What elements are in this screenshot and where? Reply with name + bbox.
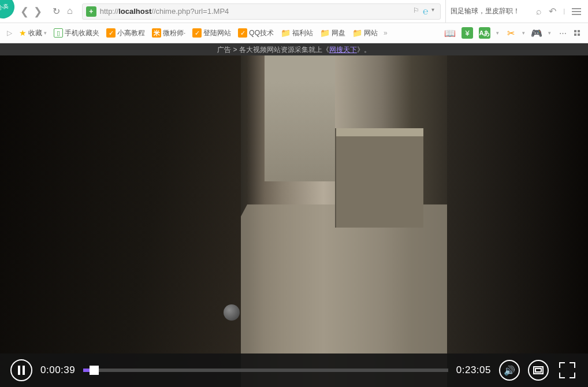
refresh-home-group: ↻ ⌂ [48,6,77,17]
home-button[interactable]: ⌂ [67,6,73,17]
bookmark-label: 网盘 [332,28,345,38]
bookmarks-bar: ▷ ★收藏▾ ▯手机收藏夹 ✓小高教程 米微粉师· ✓登陆网站 ✓QQ技术 📁福… [0,23,588,43]
phone-icon: ▯ [54,28,63,38]
ext-apps-icon[interactable] [574,30,580,36]
bookmarks-expand-icon[interactable]: ▷ [3,29,16,37]
bookmark-label: 登陆网站 [203,28,231,38]
video-frame [0,55,588,387]
bookmark-mobile[interactable]: ▯手机收藏夹 [50,28,103,38]
bookmark-label: 小高教程 [117,28,145,38]
ext-game-icon[interactable]: 🎮 [531,27,542,39]
bookmark-weifen[interactable]: 米微粉师· [148,28,189,38]
url-path: //chime.php?url=1.MP4 [151,7,229,16]
ext-read-icon[interactable]: 📖 [444,27,456,39]
folder-icon: 📁 [320,28,330,38]
star-icon: ★ [19,28,27,38]
site-icon: 米 [152,28,161,38]
fullscreen-icon [559,362,565,368]
theater-mode-button[interactable] [528,360,549,381]
bookmark-label: QQ技术 [249,28,274,38]
speaker-icon: 🔊 [504,365,515,376]
ad-banner: 广告 > 各大视频网站资源采集就上《网搜天下》。 [0,43,588,55]
video-still-image [0,55,588,387]
window-tools: ⌕ ↶ | [529,6,588,17]
folder-icon: 📁 [352,28,362,38]
seek-knob[interactable] [90,366,99,375]
bookmark-qq[interactable]: ✓QQ技术 [235,28,277,38]
security-shield-icon: + [86,6,96,17]
folder-icon: 📁 [281,28,291,38]
search-button[interactable]: ⌕ [536,6,542,17]
refresh-button[interactable]: ↻ [53,6,60,17]
dropdown-icon[interactable]: ▾ [431,6,434,17]
video-controls-bar: 0:00:39 0:23:05 🔊 [0,353,588,387]
check-icon: ✓ [192,28,202,38]
url-text: http://localhost//chime.php?url=1.MP4 [100,7,411,16]
bookmark-fuli[interactable]: 📁福利站 [277,28,317,38]
theater-icon [533,366,544,374]
url-input[interactable]: + http://localhost//chime.php?url=1.MP4 … [82,3,441,20]
back-button[interactable]: ❮ [20,5,29,18]
forward-button[interactable]: ❯ [34,5,42,18]
nav-arrows: ❮ ❯ [14,5,48,18]
ext-more-icon[interactable]: ⋯ [557,27,568,39]
ad-text-prefix: 广告 > 各大视频网站资源采集就上《 [217,46,329,54]
ext-translate-icon[interactable]: Aあ [479,27,490,39]
browser-address-bar: 小高 ❮ ❯ ↻ ⌂ + http://localhost//chime.php… [0,0,588,23]
compat-mode-icon[interactable]: ℮ [423,6,429,17]
tab-strip: 国足输球，里皮辞职！ [445,0,529,23]
ad-link[interactable]: 网搜天下 [329,46,357,54]
extensions-tray: 📖 ¥ Aあ ▾ ✂ ▾ 🎮 ▾ ⋯ [444,27,585,39]
menu-button[interactable] [572,8,581,15]
current-time-label: 0:00:39 [40,364,75,376]
bookmark-xiaogao[interactable]: ✓小高教程 [103,28,148,38]
check-icon: ✓ [106,28,116,38]
bookmark-favorites[interactable]: ★收藏▾ [16,28,50,38]
volume-button[interactable]: 🔊 [499,360,520,381]
bookmark-denglu[interactable]: ✓登陆网站 [189,28,235,38]
seek-bar[interactable] [83,369,448,372]
url-prefix: http:// [100,7,119,16]
bookmark-label: 收藏 [28,28,42,38]
url-host: localhost [118,7,151,16]
pause-button[interactable] [10,359,32,381]
ext-shopping-icon[interactable]: ¥ [462,27,473,39]
bookmark-label: 网站 [364,28,378,38]
ext-screenshot-icon[interactable]: ✂ [505,27,516,39]
bookmark-label: 手机收藏夹 [65,28,99,38]
fullscreen-button[interactable] [557,360,578,381]
share-icon[interactable]: ⚐ [413,6,419,17]
check-icon: ✓ [238,28,247,38]
bookmarks-overflow-icon[interactable]: » [381,29,390,37]
active-tab[interactable]: 国足输球，里皮辞职！ [451,6,524,16]
bookmark-wangzhan[interactable]: 📁网站 [349,28,381,38]
url-box-tools: ⚐ ℮ ▾ [411,6,437,17]
ad-text-suffix: 》。 [357,46,371,54]
video-player[interactable]: 0:00:39 0:23:05 🔊 [0,55,588,387]
bookmark-label: 微粉师· [163,28,185,38]
bookmark-label: 福利站 [292,28,313,38]
duration-label: 0:23:05 [456,364,491,376]
browser-logo-icon: 小高 [0,0,16,20]
undo-button[interactable]: ↶ [549,6,556,17]
svg-rect-1 [535,369,541,372]
pause-icon [18,366,25,375]
bookmark-wangpan[interactable]: 📁网盘 [317,28,349,38]
